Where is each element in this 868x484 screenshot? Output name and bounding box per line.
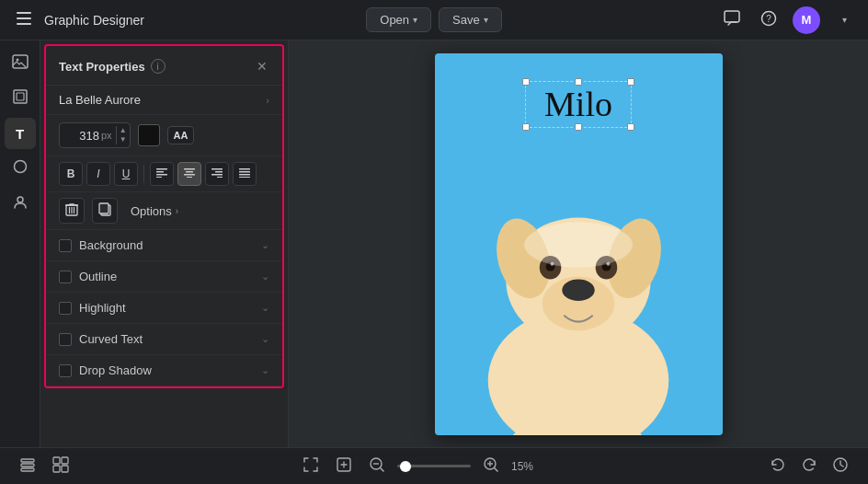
panel-title: Text Properties bbox=[59, 60, 145, 74]
account-chevron-button[interactable]: ▾ bbox=[831, 7, 857, 33]
sidebar-item-gallery[interactable] bbox=[5, 48, 36, 79]
align-justify-icon bbox=[239, 167, 250, 180]
bottom-left-controls bbox=[15, 454, 74, 479]
italic-button[interactable]: I bbox=[86, 162, 110, 186]
underline-button[interactable]: U bbox=[114, 162, 138, 186]
svg-line-64 bbox=[495, 468, 497, 471]
save-label: Save bbox=[452, 13, 480, 27]
app-title: Graphic Designer bbox=[44, 13, 144, 28]
open-button[interactable]: Open ▾ bbox=[366, 7, 431, 32]
zoom-out-button[interactable] bbox=[364, 454, 390, 479]
trash-icon bbox=[65, 202, 78, 219]
info-icon-button[interactable]: i bbox=[151, 59, 166, 74]
align-center-button[interactable] bbox=[177, 162, 201, 186]
close-icon: ✕ bbox=[257, 59, 268, 74]
layers-panel-button[interactable] bbox=[15, 454, 40, 479]
font-name-row[interactable]: La Belle Aurore › bbox=[46, 86, 282, 115]
canvas-image[interactable]: Milo bbox=[435, 53, 723, 435]
format-divider bbox=[143, 165, 144, 183]
hamburger-menu-button[interactable] bbox=[11, 7, 37, 33]
accordion-background-header[interactable]: Background ⌄ bbox=[46, 230, 282, 260]
copy-icon bbox=[98, 202, 111, 219]
accordion-outline-header[interactable]: Outline ⌄ bbox=[46, 261, 282, 292]
sidebar-item-text[interactable]: T bbox=[5, 118, 36, 149]
grid-icon bbox=[52, 456, 69, 477]
curved-text-label: Curved Text bbox=[79, 332, 254, 346]
svg-rect-16 bbox=[184, 168, 195, 170]
options-button[interactable]: Options › bbox=[125, 201, 184, 222]
redo-button[interactable] bbox=[796, 454, 822, 479]
accordion-background: Background ⌄ bbox=[46, 230, 282, 261]
font-name-label: La Belle Aurore bbox=[59, 93, 141, 107]
accordion-highlight: Highlight ⌄ bbox=[46, 293, 282, 324]
sidebar-item-layers[interactable] bbox=[5, 83, 36, 114]
help-icon: ? bbox=[760, 10, 777, 30]
delete-button[interactable] bbox=[59, 198, 85, 224]
font-size-input[interactable] bbox=[60, 129, 101, 143]
accordion-outline: Outline ⌄ bbox=[46, 261, 282, 293]
svg-rect-8 bbox=[14, 90, 27, 103]
svg-rect-56 bbox=[62, 466, 68, 472]
accordion-curved-text-header[interactable]: Curved Text ⌄ bbox=[46, 324, 282, 354]
drop-shadow-chevron-icon: ⌄ bbox=[261, 364, 269, 376]
save-button[interactable]: Save ▾ bbox=[439, 7, 502, 32]
main-area: T Text Properties i ✕ bbox=[0, 40, 868, 447]
accordion-drop-shadow-header[interactable]: Drop Shadow ⌄ bbox=[46, 355, 282, 386]
background-checkbox[interactable] bbox=[59, 239, 72, 252]
panel-close-button[interactable]: ✕ bbox=[255, 57, 269, 75]
bold-button[interactable]: B bbox=[59, 162, 83, 186]
grid-button[interactable] bbox=[48, 454, 74, 479]
highlight-label: Highlight bbox=[79, 301, 254, 315]
nav-right: ? M ▾ bbox=[502, 6, 857, 34]
svg-rect-12 bbox=[156, 168, 167, 170]
sidebar-item-users[interactable] bbox=[5, 188, 36, 219]
font-size-spinners: ▲ ▼ bbox=[116, 126, 130, 144]
svg-point-10 bbox=[14, 161, 26, 173]
text-color-swatch[interactable] bbox=[138, 124, 160, 146]
zoom-in-button[interactable] bbox=[478, 454, 504, 479]
svg-rect-53 bbox=[53, 457, 60, 464]
save-chevron-icon: ▾ bbox=[484, 15, 488, 25]
highlight-checkbox[interactable] bbox=[59, 302, 72, 315]
undo-button[interactable] bbox=[765, 454, 791, 479]
font-size-increment-button[interactable]: ▲ bbox=[117, 126, 130, 135]
align-left-button[interactable] bbox=[150, 162, 174, 186]
font-case-button[interactable]: AA bbox=[167, 126, 195, 144]
font-size-decrement-button[interactable]: ▼ bbox=[117, 135, 130, 144]
svg-rect-14 bbox=[156, 174, 167, 176]
svg-rect-24 bbox=[239, 168, 250, 170]
accordion-drop-shadow: Drop Shadow ⌄ bbox=[46, 355, 282, 386]
options-chevron-icon: › bbox=[176, 206, 178, 216]
panel-title-row: Text Properties i bbox=[59, 59, 166, 74]
canvas-area[interactable]: Milo bbox=[289, 40, 868, 447]
align-justify-button[interactable] bbox=[233, 162, 257, 186]
text-icon: T bbox=[16, 126, 24, 142]
comment-button[interactable] bbox=[719, 7, 745, 33]
zoom-in-icon bbox=[483, 456, 499, 477]
align-right-button[interactable] bbox=[205, 162, 229, 186]
font-case-icon: AA bbox=[174, 130, 188, 141]
font-size-input-wrap: px ▲ ▼ bbox=[59, 122, 131, 148]
curved-text-checkbox[interactable] bbox=[59, 333, 72, 346]
duplicate-button[interactable] bbox=[92, 198, 118, 224]
history-button[interactable] bbox=[828, 454, 853, 479]
drop-shadow-checkbox[interactable] bbox=[59, 364, 72, 377]
open-chevron-icon: ▾ bbox=[413, 15, 417, 25]
font-size-row: px ▲ ▼ AA bbox=[46, 115, 282, 156]
panel-header: Text Properties i ✕ bbox=[46, 46, 282, 86]
svg-rect-34 bbox=[99, 203, 108, 213]
resize-button[interactable] bbox=[331, 454, 357, 479]
fit-to-screen-button[interactable] bbox=[298, 454, 324, 479]
dog-illustration bbox=[435, 91, 723, 435]
zoom-slider[interactable] bbox=[397, 465, 471, 467]
bold-icon: B bbox=[67, 167, 75, 180]
italic-icon: I bbox=[97, 167, 99, 180]
help-button[interactable]: ? bbox=[756, 7, 782, 33]
outline-checkbox[interactable] bbox=[59, 271, 72, 283]
svg-rect-3 bbox=[725, 11, 739, 22]
svg-rect-26 bbox=[239, 174, 250, 176]
avatar[interactable]: M bbox=[793, 6, 820, 34]
sidebar-item-shapes[interactable] bbox=[5, 153, 36, 184]
accordion-highlight-header[interactable]: Highlight ⌄ bbox=[46, 293, 282, 323]
svg-rect-1 bbox=[17, 17, 31, 19]
